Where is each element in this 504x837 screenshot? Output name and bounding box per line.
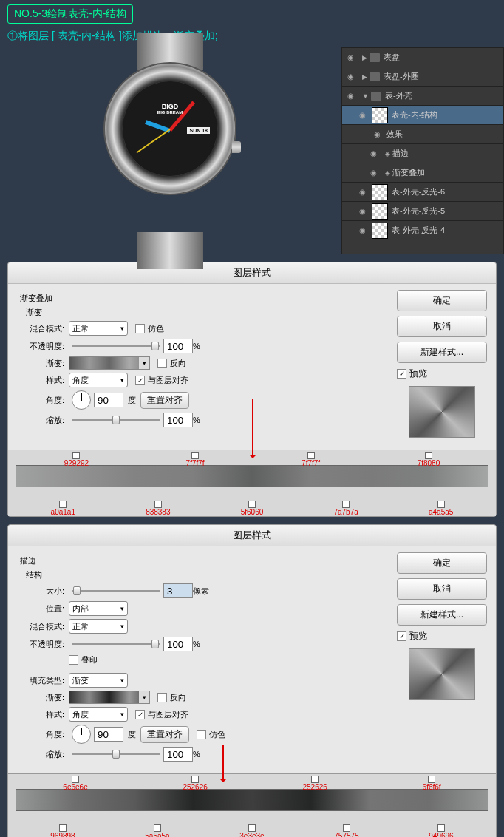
visibility-icon[interactable]: ◉ bbox=[357, 226, 367, 236]
dialog-title: 图层样式 bbox=[8, 262, 496, 284]
align-checkbox[interactable]: ✓ bbox=[135, 710, 145, 719]
layer-row[interactable]: ◉▶表盘 bbox=[342, 48, 503, 67]
visibility-icon[interactable]: ◉ bbox=[357, 110, 367, 121]
watch-date: SUN 18 bbox=[187, 127, 210, 134]
new-style-button[interactable]: 新建样式... bbox=[397, 342, 487, 363]
section-label: 渐变叠加 bbox=[20, 293, 388, 304]
visibility-icon[interactable]: ◉ bbox=[345, 52, 355, 63]
scale-label: 缩放: bbox=[20, 749, 64, 760]
gradient-editor[interactable]: 929292 7f7f7f 7f7f7f 7f8080 a0a1a1 83838… bbox=[8, 450, 496, 516]
scale-slider[interactable] bbox=[72, 749, 160, 759]
size-input[interactable] bbox=[163, 583, 193, 598]
cancel-button[interactable]: 取消 bbox=[397, 316, 487, 337]
layer-style-dialog-gradient: 图层样式 渐变叠加 渐变 混合模式:正常仿色 不透明度:% 渐变:反向 样式:角… bbox=[7, 262, 497, 517]
angle-label: 角度: bbox=[20, 395, 64, 406]
page-title: NO.5-3绘制表壳-内-结构 bbox=[7, 4, 133, 24]
layer-row[interactable]: ◉▼表-外壳 bbox=[342, 87, 503, 106]
reset-align-button[interactable]: 重置对齐 bbox=[140, 392, 189, 409]
angle-dial[interactable] bbox=[72, 390, 91, 410]
gradient-picker[interactable] bbox=[69, 691, 150, 704]
scale-input[interactable] bbox=[163, 413, 193, 427]
blend-mode-select[interactable]: 正常 bbox=[69, 321, 128, 336]
visibility-icon[interactable]: ◉ bbox=[357, 187, 367, 197]
layer-thumb bbox=[372, 107, 388, 123]
visibility-icon[interactable]: ◉ bbox=[368, 149, 378, 159]
page-subtitle: ①将图层 [ 表壳-内-结构 ]添加描边、渐变叠加; bbox=[7, 30, 497, 43]
dither-checkbox[interactable] bbox=[197, 730, 206, 739]
annotation-arrow bbox=[252, 399, 253, 458]
angle-dial[interactable] bbox=[72, 725, 91, 744]
blend-label: 混合模式: bbox=[20, 323, 64, 334]
opacity-input[interactable] bbox=[163, 637, 193, 651]
gradient-bar[interactable] bbox=[16, 789, 488, 811]
ok-button[interactable]: 确定 bbox=[397, 290, 487, 311]
preview-checkbox[interactable]: ✓ bbox=[397, 369, 406, 379]
visibility-icon[interactable]: ◉ bbox=[368, 168, 378, 178]
style-label: 样式: bbox=[20, 709, 64, 720]
gradient-stops-bottom: 969898 5a5a5a 3e3e3e 757575 949696 bbox=[16, 824, 488, 837]
layers-panel[interactable]: ◉▶表盘 ◉▶表盘-外圈 ◉▼表-外壳 ◉表壳-内-结构 ◉效果 ◉◈描边 ◉◈… bbox=[341, 47, 504, 254]
layer-row[interactable]: ◉▶表盘-外圈 bbox=[342, 67, 503, 87]
reverse-checkbox[interactable] bbox=[157, 693, 167, 702]
layer-row[interactable]: ◉表-外壳-反光-5 bbox=[342, 202, 503, 221]
gradient-picker[interactable] bbox=[69, 356, 150, 370]
opacity-slider[interactable] bbox=[72, 639, 160, 649]
reverse-checkbox[interactable] bbox=[157, 359, 167, 368]
style-select[interactable]: 角度 bbox=[69, 373, 128, 387]
angle-input[interactable] bbox=[94, 727, 123, 742]
position-select[interactable]: 内部 bbox=[69, 601, 128, 616]
gradient-bar[interactable] bbox=[16, 465, 488, 487]
layer-row-selected[interactable]: ◉表壳-内-结构 bbox=[342, 106, 503, 125]
layer-thumb bbox=[372, 203, 388, 220]
layer-style-dialog-stroke: 图层样式 描边 结构 大小:像素 位置:内部 混合模式:正常 不透明度:% 叠印… bbox=[7, 524, 497, 837]
visibility-icon[interactable]: ◉ bbox=[357, 206, 367, 217]
layer-row[interactable]: ◉表-外壳-反光-6 bbox=[342, 183, 503, 202]
layer-row[interactable]: ◉表-外壳-反光-4 bbox=[342, 221, 503, 240]
opacity-label: 不透明度: bbox=[20, 639, 64, 650]
layer-fx-row[interactable]: ◉◈描边 bbox=[342, 144, 503, 163]
folder-icon bbox=[370, 72, 380, 81]
opacity-slider[interactable] bbox=[72, 341, 160, 351]
preview-checkbox[interactable]: ✓ bbox=[397, 631, 406, 641]
gradient-stops-top: 6e6e6e 252626 252626 6f6f6f bbox=[16, 776, 488, 791]
gradient-stops-top: 929292 7f7f7f 7f7f7f 7f8080 bbox=[16, 452, 488, 467]
layer-thumb bbox=[372, 184, 388, 200]
ok-button[interactable]: 确定 bbox=[397, 552, 487, 574]
watch-brand: BIGDBIG DREAM bbox=[157, 103, 183, 115]
scale-input[interactable] bbox=[163, 747, 193, 762]
opacity-label: 不透明度: bbox=[20, 341, 64, 352]
style-select[interactable]: 角度 bbox=[69, 707, 128, 722]
scale-slider[interactable] bbox=[72, 415, 160, 425]
angle-input[interactable] bbox=[94, 393, 123, 407]
size-label: 大小: bbox=[20, 586, 64, 597]
position-label: 位置: bbox=[20, 603, 64, 614]
subsection-label: 结构 bbox=[26, 569, 388, 580]
visibility-icon[interactable]: ◉ bbox=[345, 72, 355, 82]
gradient-stops-bottom: a0a1a1 838383 5f6060 7a7b7a a4a5a5 bbox=[16, 501, 488, 516]
reset-align-button[interactable]: 重置对齐 bbox=[140, 726, 189, 743]
visibility-icon[interactable]: ◉ bbox=[345, 91, 355, 101]
angle-label: 角度: bbox=[20, 729, 64, 740]
preview-thumbnail bbox=[409, 648, 475, 700]
cancel-button[interactable]: 取消 bbox=[397, 578, 487, 600]
dither-checkbox[interactable] bbox=[135, 324, 145, 333]
visibility-icon[interactable]: ◉ bbox=[372, 129, 382, 140]
folder-icon bbox=[371, 92, 381, 101]
gradient-label: 渐变: bbox=[20, 692, 64, 703]
layer-fx-row[interactable]: ◉◈渐变叠加 bbox=[342, 163, 503, 183]
gradient-label: 渐变: bbox=[20, 358, 64, 369]
align-checkbox[interactable]: ✓ bbox=[135, 376, 145, 385]
gradient-editor[interactable]: 6e6e6e 252626 252626 6f6f6f 969898 5a5a5… bbox=[8, 773, 496, 837]
overprint-checkbox[interactable] bbox=[69, 655, 78, 665]
new-style-button[interactable]: 新建样式... bbox=[397, 604, 487, 626]
layer-fx-row[interactable]: ◉效果 bbox=[342, 125, 503, 144]
fill-type-select[interactable]: 渐变 bbox=[69, 673, 128, 688]
blend-mode-select[interactable]: 正常 bbox=[69, 619, 128, 634]
subsection-label: 渐变 bbox=[26, 307, 388, 318]
fill-type-label: 填充类型: bbox=[20, 675, 64, 686]
opacity-input[interactable] bbox=[163, 339, 193, 353]
second-hand bbox=[136, 129, 170, 153]
size-slider[interactable] bbox=[72, 586, 160, 596]
scale-label: 缩放: bbox=[20, 415, 64, 426]
watch-preview: BIGDBIG DREAM SUN 18 bbox=[89, 47, 251, 254]
